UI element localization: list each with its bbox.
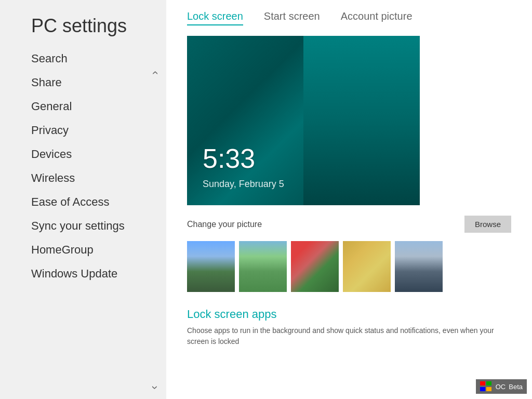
change-picture-label: Change your picture (187, 220, 262, 229)
change-picture-row: Change your picture Browse (187, 216, 511, 233)
sidebar-item-sync-settings[interactable]: Sync your settings (0, 214, 166, 238)
scroll-down-button[interactable] (149, 381, 161, 394)
nav-list: Search Share General Privacy Devices Wir… (0, 47, 166, 399)
tab-start-screen[interactable]: Start screen (264, 10, 320, 25)
logo-square-red (480, 381, 485, 385)
thumbnail-coast[interactable] (239, 241, 287, 292)
tab-account-picture[interactable]: Account picture (341, 10, 413, 25)
sidebar-item-general[interactable]: General (0, 95, 166, 118)
lock-screen-preview: 5:33 Sunday, February 5 (187, 36, 420, 205)
sidebar-item-windows-update[interactable]: Windows Update (0, 262, 166, 286)
sidebar-item-homegroup[interactable]: HomeGroup (0, 238, 166, 262)
thumbnail-list (187, 241, 511, 292)
lock-screen-apps-desc: Choose apps to run in the background and… (187, 325, 511, 347)
sidebar-item-share[interactable]: Share (0, 71, 166, 95)
thumbnail-flowers[interactable] (291, 241, 339, 292)
sidebar-item-ease-of-access[interactable]: Ease of Access (0, 190, 166, 214)
watermark-logo (480, 381, 493, 392)
lock-date: Sunday, February 5 (203, 179, 284, 190)
tab-lock-screen[interactable]: Lock screen (187, 10, 243, 25)
thumbnail-road[interactable] (395, 241, 443, 292)
sidebar-item-devices[interactable]: Devices (0, 142, 166, 166)
scroll-up-button[interactable] (149, 66, 161, 79)
watermark-logo-text: OC (496, 383, 506, 391)
watermark-text: Beta (509, 383, 523, 391)
tabs-bar: Lock screen Start screen Account picture (187, 10, 511, 25)
chevron-down-icon (153, 381, 156, 394)
lock-time: 5:33 (203, 143, 255, 174)
sidebar-item-wireless[interactable]: Wireless (0, 166, 166, 190)
logo-square-blue (480, 387, 485, 391)
watermark-badge: OC Beta (476, 379, 527, 394)
thumbnail-mountains[interactable] (187, 241, 235, 292)
sidebar-item-privacy[interactable]: Privacy (0, 118, 166, 142)
thumbnail-grass[interactable] (343, 241, 391, 292)
browse-button[interactable]: Browse (464, 216, 511, 233)
logo-square-green (486, 381, 491, 385)
chevron-up-icon (153, 66, 156, 79)
logo-square-orange (486, 387, 491, 391)
sidebar: PC settings Search Share General Privacy… (0, 0, 166, 399)
sidebar-item-search[interactable]: Search (0, 47, 166, 71)
lock-screen-apps-section: Lock screen apps Choose apps to run in t… (187, 308, 511, 347)
lock-screen-apps-title: Lock screen apps (187, 308, 511, 321)
app-title: PC settings (0, 0, 166, 47)
main-content: Lock screen Start screen Account picture… (166, 0, 532, 399)
